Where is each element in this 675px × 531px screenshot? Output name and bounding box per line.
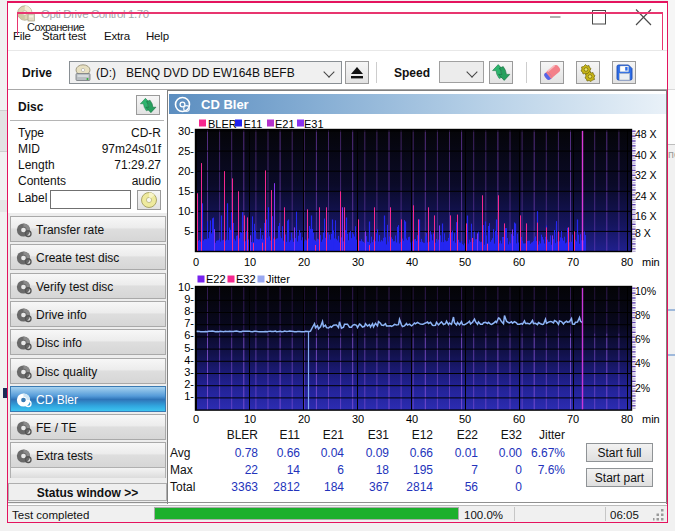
svg-text:30: 30: [352, 256, 364, 268]
svg-text:min: min: [642, 256, 660, 268]
svg-text:20: 20: [298, 256, 310, 268]
svg-text:Jitter: Jitter: [266, 273, 290, 285]
svg-text:1-: 1-: [184, 390, 194, 402]
svg-text:8 X: 8 X: [635, 227, 651, 239]
svg-text:10-: 10-: [178, 281, 194, 293]
svg-text:15-: 15-: [178, 185, 194, 197]
svg-text:16 X: 16 X: [635, 210, 657, 222]
svg-text:20-: 20-: [178, 165, 194, 177]
svg-text:8%: 8%: [635, 309, 650, 321]
svg-text:E21: E21: [275, 118, 295, 130]
svg-text:40 X: 40 X: [635, 149, 657, 161]
svg-text:32 X: 32 X: [635, 169, 657, 181]
svg-text:48 X: 48 X: [635, 128, 657, 140]
svg-text:5-: 5-: [184, 225, 194, 237]
svg-text:6-: 6-: [184, 329, 194, 341]
svg-text:80: 80: [621, 413, 633, 425]
svg-text:4%: 4%: [635, 357, 650, 369]
svg-text:60: 60: [513, 256, 525, 268]
svg-text:60: 60: [513, 413, 525, 425]
svg-text:24 X: 24 X: [635, 190, 657, 202]
svg-text:0: 0: [193, 256, 199, 268]
svg-text:25-: 25-: [178, 145, 194, 157]
svg-text:2%: 2%: [635, 382, 650, 394]
svg-text:50: 50: [459, 256, 471, 268]
svg-text:E11: E11: [244, 118, 263, 130]
svg-text:E22: E22: [206, 273, 226, 285]
svg-text:10%: 10%: [635, 285, 656, 297]
svg-text:40: 40: [406, 413, 418, 425]
svg-text:70: 70: [567, 413, 579, 425]
svg-text:min: min: [642, 413, 660, 425]
svg-text:70: 70: [567, 256, 579, 268]
svg-text:8-: 8-: [184, 305, 194, 317]
svg-text:2-: 2-: [184, 378, 194, 390]
svg-text:10: 10: [244, 256, 256, 268]
svg-text:E32: E32: [236, 273, 256, 285]
svg-text:40: 40: [406, 256, 418, 268]
svg-text:9-: 9-: [184, 293, 194, 305]
svg-text:30-: 30-: [178, 125, 194, 137]
svg-text:50: 50: [459, 413, 471, 425]
svg-text:10: 10: [244, 413, 256, 425]
svg-text:80: 80: [621, 256, 633, 268]
svg-text:4-: 4-: [184, 354, 194, 366]
svg-text:10-: 10-: [178, 205, 194, 217]
svg-text:E31: E31: [304, 118, 324, 130]
svg-text:7-: 7-: [184, 317, 194, 329]
svg-text:3-: 3-: [184, 366, 194, 378]
svg-text:0: 0: [193, 413, 199, 425]
svg-text:BLER: BLER: [208, 118, 237, 130]
svg-text:6%: 6%: [635, 333, 650, 345]
svg-text:30: 30: [352, 413, 364, 425]
svg-text:20: 20: [298, 413, 310, 425]
svg-text:5-: 5-: [184, 342, 194, 354]
